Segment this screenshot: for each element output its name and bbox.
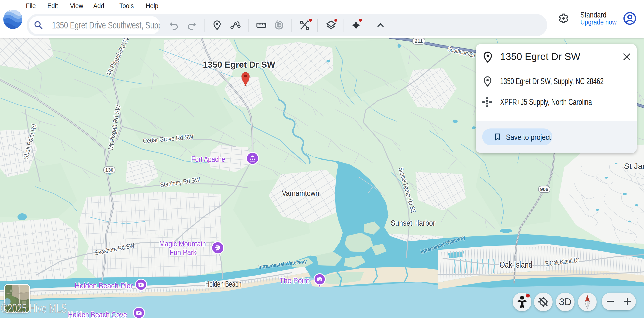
svg-text:Varnamtown: Varnamtown: [282, 188, 319, 198]
svg-text:Magic Mountain: Magic Mountain: [159, 240, 206, 248]
svg-text:St James: St James: [624, 162, 644, 170]
svg-text:906: 906: [540, 186, 548, 192]
svg-text:1350 Egret Dr SW: 1350 Egret Dr SW: [203, 60, 275, 70]
svg-text:Holden Beach: Holden Beach: [206, 279, 242, 288]
svg-text:Holden Beach Pier: Holden Beach Pier: [75, 282, 133, 290]
svg-text:Fun Park: Fun Park: [170, 248, 196, 257]
svg-text:Fort Apache: Fort Apache: [192, 155, 225, 164]
svg-text:130: 130: [105, 167, 113, 172]
svg-text:211: 211: [415, 38, 423, 44]
svg-text:Sunset Harbor: Sunset Harbor: [391, 218, 435, 227]
svg-text:Oak Island: Oak Island: [500, 260, 532, 270]
svg-text:The Point: The Point: [280, 276, 309, 285]
